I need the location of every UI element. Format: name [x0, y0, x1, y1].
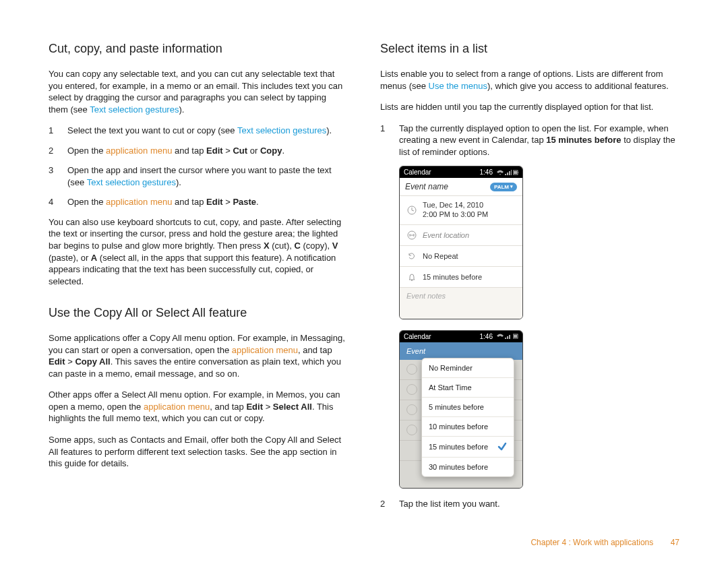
bell-icon — [406, 272, 417, 282]
location-label: Event location — [423, 231, 469, 239]
svg-rect-5 — [518, 172, 518, 173]
event-name-row[interactable]: Event name PALM — [400, 178, 522, 196]
repeat-label: No Repeat — [423, 252, 458, 260]
svg-rect-0 — [505, 174, 506, 175]
location-row[interactable]: Event location — [400, 225, 522, 246]
left-column: Cut, copy, and paste information You can… — [49, 40, 348, 518]
event-band: Event — [400, 342, 522, 360]
svg-rect-1 — [507, 173, 508, 175]
svg-rect-10 — [505, 338, 506, 339]
reminder-label: 15 minutes before — [423, 273, 482, 281]
right-step-1: 1 Tap the currently displayed option to … — [380, 123, 679, 158]
signal-icon — [505, 334, 512, 339]
reminder-popup: No Reminder At Start Time 5 minutes befo… — [421, 358, 514, 477]
heading-copy-all: Use the Copy All or Select All feature — [49, 306, 348, 320]
status-icons — [497, 170, 518, 175]
page-number: 47 — [671, 538, 679, 547]
link-application-menu-4[interactable]: application menu — [144, 402, 210, 412]
link-text-selection-1[interactable]: Text selection gestures — [90, 104, 179, 115]
app-title: Calendar — [404, 333, 480, 340]
para-copyall-2: Other apps offer a Select All menu optio… — [49, 389, 348, 425]
location-icon — [406, 230, 417, 241]
phone-mock-2: Calendar 1:46 Event No Reminder At Start… — [399, 330, 523, 489]
heading-cut-copy-paste: Cut, copy, and paste information — [49, 42, 348, 56]
para-shortcuts: You can also use keyboard shortcuts to c… — [49, 216, 348, 287]
page-footer: Chapter 4 : Work with applications 47 — [530, 538, 679, 547]
battery-icon — [513, 170, 518, 175]
para-intro: You can copy any selectable text, and yo… — [49, 68, 348, 115]
svg-rect-2 — [509, 171, 510, 175]
para-lists-1: Lists enable you to select from a range … — [380, 68, 679, 92]
step-number: 1 — [49, 125, 55, 137]
repeat-icon — [406, 251, 417, 261]
svg-rect-12 — [509, 335, 510, 339]
status-bar: Calendar 1:46 — [400, 166, 522, 178]
step-number: 2 — [49, 145, 55, 157]
popup-option[interactable]: At Start Time — [422, 378, 514, 398]
page-columns: Cut, copy, and paste information You can… — [49, 40, 679, 518]
link-text-selection-2[interactable]: Text selection gestures — [237, 125, 326, 135]
phone-mock-1: Calendar 1:46 Event name PALM Tue, Dec 1… — [399, 166, 523, 319]
wifi-icon — [497, 170, 504, 175]
clock-icon — [406, 205, 417, 216]
reminder-row[interactable]: 15 minutes before — [400, 267, 522, 288]
popup-option[interactable]: No Reminder — [422, 358, 514, 378]
popup-option[interactable]: 5 minutes before — [422, 398, 514, 417]
svg-rect-6 — [514, 171, 517, 174]
wifi-icon — [497, 334, 504, 339]
para-copyall-3: Some apps, such as Contacts and Email, o… — [49, 434, 348, 470]
step-number: 4 — [49, 196, 55, 208]
signal-icon — [505, 170, 512, 175]
popup-option[interactable]: 10 minutes before — [422, 417, 514, 437]
step-2: 2 Open the application menu and tap Edit… — [49, 145, 348, 157]
para-copyall-1: Some applications offer a Copy All menu … — [49, 332, 348, 379]
step-3: 3 Open the app and insert the cursor whe… — [49, 164, 348, 188]
event-name-input: Event name — [405, 182, 490, 191]
svg-rect-14 — [514, 335, 517, 338]
heading-select-items: Select items in a list — [380, 42, 679, 56]
status-bar: Calendar 1:46 — [400, 331, 522, 342]
svg-rect-11 — [507, 336, 508, 339]
palm-badge[interactable]: PALM — [490, 183, 517, 191]
app-title: Calendar — [404, 168, 480, 176]
popup-option-selected[interactable]: 15 minutes before — [422, 437, 514, 458]
step-number: 2 — [380, 498, 387, 510]
check-icon — [497, 442, 507, 451]
status-time: 1:46 — [480, 333, 493, 340]
popup-option[interactable]: 30 minutes before — [422, 458, 514, 476]
link-application-menu-2[interactable]: application menu — [106, 197, 172, 207]
date-row[interactable]: Tue, Dec 14, 2010 2:00 PM to 3:00 PM — [400, 196, 522, 225]
svg-point-9 — [411, 280, 413, 281]
status-time: 1:46 — [480, 168, 493, 176]
event-notes[interactable]: Event notes — [400, 288, 522, 319]
para-lists-2: Lists are hidden until you tap the curre… — [380, 101, 679, 113]
link-use-menus[interactable]: Use the menus — [429, 81, 487, 91]
figure-wrapper-1: Calendar 1:46 Event name PALM Tue, Dec 1… — [380, 166, 679, 489]
link-text-selection-3[interactable]: Text selection gestures — [87, 177, 176, 187]
right-step-2: 2 Tap the list item you want. — [380, 498, 679, 510]
status-icons — [497, 334, 518, 339]
step-number: 3 — [49, 164, 55, 188]
right-column: Select items in a list Lists enable you … — [380, 40, 679, 518]
step-number: 1 — [380, 123, 387, 158]
link-application-menu-1[interactable]: application menu — [106, 146, 172, 156]
step-1: 1 Select the text you want to cut or cop… — [49, 125, 348, 137]
battery-icon — [513, 334, 518, 339]
chapter-label: Chapter 4 : Work with applications — [530, 538, 653, 547]
step-4: 4 Open the application menu and tap Edit… — [49, 196, 348, 208]
svg-rect-3 — [511, 170, 512, 175]
link-application-menu-3[interactable]: application menu — [232, 345, 298, 355]
repeat-row[interactable]: No Repeat — [400, 246, 522, 267]
